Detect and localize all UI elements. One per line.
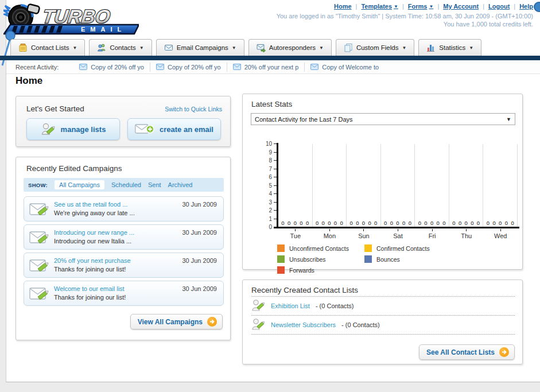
recent-activity-item[interactable]: Copy of 20% off yo [150, 63, 227, 72]
contact-lists-icon [18, 43, 28, 52]
page-title: Home [15, 75, 42, 87]
campaign-date: 30 Jun 2009 [182, 201, 217, 208]
dropdown-arrow-icon: ▼ [429, 4, 433, 9]
top-link-logout[interactable]: Logout [488, 3, 510, 10]
campaign-row[interactable]: Introducing our new range ... Introducin… [24, 224, 224, 250]
separator: | [402, 3, 404, 10]
campaign-rows: See us at the retail food ... We're givi… [24, 196, 224, 309]
chart-day-group: 00000 [347, 144, 381, 227]
contact-list-row[interactable]: Exhibition List - (0 Contacts) [251, 297, 515, 316]
tab-autoresponders[interactable]: Autoresponders▼ [248, 39, 332, 56]
separator: | [356, 3, 358, 10]
chart-y-axis: 109876543210 [258, 144, 277, 227]
chart-value-labels: 00000 [347, 220, 380, 226]
see-all-contact-lists-label: See All Contact Lists [426, 348, 495, 356]
chart-value-labels: 00000 [313, 220, 347, 226]
campaign-title-link[interactable]: Welcome to our email list [54, 285, 125, 292]
chevron-down-icon: ▼ [469, 45, 473, 51]
envelope-pencil-icon [29, 229, 51, 246]
y-axis-tick-label: 10 [266, 141, 277, 147]
campaign-row[interactable]: 20% off your next purchase Thanks for jo… [24, 253, 224, 278]
top-link-label: Logout [488, 3, 510, 10]
person-pencil-icon [41, 122, 56, 137]
legend-item: Unconfirmed Contacts [277, 244, 364, 252]
top-link-home[interactable]: Home [334, 3, 352, 10]
recent-activity-item[interactable]: Copy of Welcome to [305, 63, 384, 72]
chart-plot-area: 00000000000000000000000000000000000 [278, 144, 518, 227]
chart-value-labels: 00000 [278, 220, 312, 226]
envelope-icon [79, 64, 87, 70]
tab-contact-lists[interactable]: Contact Lists▼ [10, 39, 85, 56]
contact-lists-title: Recently Created Contact Lists [251, 286, 358, 294]
filter-sent[interactable]: Sent [148, 181, 161, 188]
see-all-contact-lists-button[interactable]: See All Contact Lists [419, 344, 515, 360]
tab-statistics[interactable]: Statistics▼ [418, 39, 481, 56]
tab-contacts[interactable]: Contacts▼ [89, 39, 151, 56]
chart-x-labels: TueMonSunSatFriThuWed [278, 229, 518, 239]
legend-label: Unconfirmed Contacts [289, 245, 349, 252]
recent-activity-items: Copy of 20% off yo Copy of 20% off yo 20… [73, 63, 384, 72]
campaign-row[interactable]: Welcome to our email list Thanks for joi… [24, 281, 224, 306]
tab-custom-fields[interactable]: Custom Fields▼ [336, 39, 414, 56]
legend-swatch [364, 244, 372, 252]
top-link-label: Help [519, 3, 533, 10]
chart-value-labels: 00000 [449, 220, 483, 226]
y-axis-tick-label: 7 [269, 166, 277, 172]
person-pencil-icon [251, 317, 265, 332]
activity-item-label: Copy of 20% off yo [91, 64, 144, 71]
top-link-label: Templates [361, 3, 392, 10]
email-campaigns-icon [164, 43, 173, 52]
filter-archived[interactable]: Archived [168, 181, 193, 188]
view-all-campaigns-button[interactable]: View All Campaigns [130, 314, 223, 329]
campaign-title-link[interactable]: Introducing our new range ... [54, 229, 134, 236]
credits-text: You have 1,000 total credits left. [444, 21, 533, 28]
chart-x-axis-line [274, 227, 519, 228]
activity-item-label: Copy of Welcome to [322, 64, 379, 71]
filter-scheduled[interactable]: Scheduled [111, 181, 141, 188]
filter-all-campaigns[interactable]: All Campaigns [55, 180, 104, 189]
chart-value-labels: 00000 [483, 220, 517, 226]
person-pencil-icon [251, 298, 265, 313]
chart-day-group: 00000 [313, 144, 347, 227]
create-email-label: create an email [160, 125, 213, 134]
campaign-title-link[interactable]: See us at the retail food ... [54, 201, 127, 208]
logo-title-text: TURBO [41, 6, 112, 27]
contact-list-row[interactable]: Newsletter Subscribers - (0 Contacts) [251, 316, 515, 335]
campaign-subtitle: Thanks for joining our list! [54, 294, 126, 301]
separator: | [437, 3, 439, 10]
app-root: TURBO EMAIL Home| Templates▼| Forms▼| My… [0, 0, 540, 392]
manage-lists-button[interactable]: manage lists [26, 118, 120, 140]
recent-activity-item[interactable]: 20% off your next p [227, 63, 305, 72]
legend-item: Unsubscribes [277, 255, 364, 263]
y-axis-tick-label: 9 [269, 149, 277, 156]
top-link-templates[interactable]: Templates▼ [361, 3, 398, 10]
top-link-my-account[interactable]: My Account [443, 3, 479, 10]
contact-list-count: - (0 Contacts) [341, 321, 380, 328]
campaign-subtitle: Introducing our new Italia ... [54, 238, 131, 244]
logo-subtitle-text: EMAIL [81, 26, 126, 33]
contact-list-link[interactable]: Exhibition List [271, 302, 310, 309]
legend-label: Forwards [289, 267, 314, 274]
top-link-forms[interactable]: Forms▼ [408, 3, 434, 10]
tab-label: Custom Fields [356, 44, 399, 51]
top-link-label: Forms [408, 3, 428, 10]
contact-list-link[interactable]: Newsletter Subscribers [271, 321, 336, 328]
x-axis-tick-label: Sun [347, 229, 381, 239]
create-email-button[interactable]: create an email [127, 118, 221, 140]
decorative-ball-icon [534, 2, 540, 12]
top-link-help[interactable]: Help [519, 3, 533, 10]
envelope-icon [310, 64, 318, 70]
get-started-title: Let's Get Started [26, 104, 84, 113]
tab-email-campaigns[interactable]: Email Campaigns▼ [156, 39, 244, 56]
envelope-pencil-icon [29, 201, 51, 218]
campaign-title-link[interactable]: 20% off your next purchase [54, 257, 131, 264]
campaign-row[interactable]: See us at the retail food ... We're givi… [24, 196, 224, 222]
recent-activity-item[interactable]: Copy of 20% off yo [73, 63, 150, 72]
view-all-campaigns-label: View All Campaigns [138, 318, 203, 326]
stats-dropdown-value: Contact Activity for the Last 7 Days [255, 116, 353, 123]
stats-report-dropdown[interactable]: Contact Activity for the Last 7 Days ▼ [251, 113, 515, 125]
switch-quick-links-link[interactable]: Switch to Quick Links [165, 106, 222, 112]
x-axis-tick-label: Wed [483, 229, 518, 239]
legend-swatch [277, 255, 285, 263]
chart-day-group: 00000 [449, 144, 484, 227]
